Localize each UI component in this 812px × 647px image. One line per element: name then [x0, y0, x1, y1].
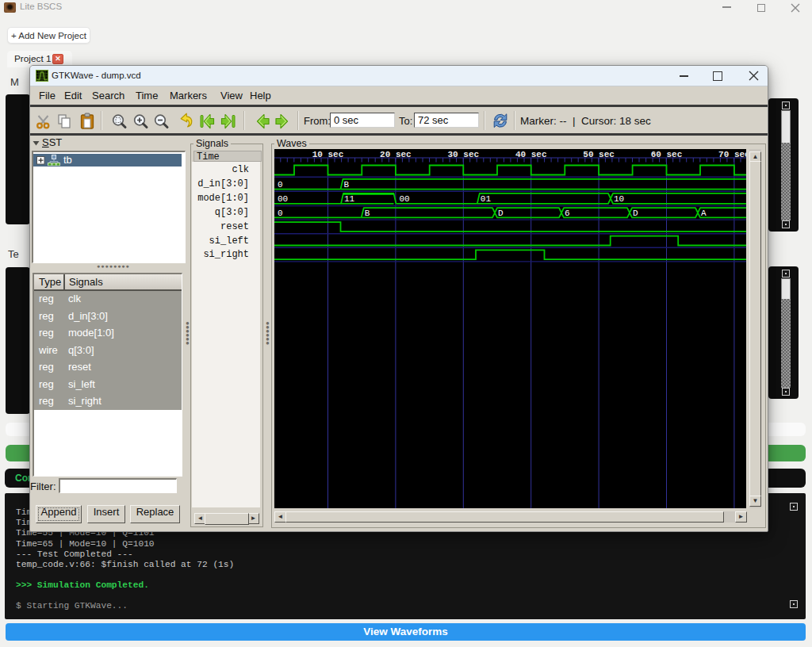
svg-text:10: 10 [614, 194, 624, 204]
svg-text:10 sec: 10 sec [312, 150, 344, 159]
svg-text:60 sec: 60 sec [651, 150, 683, 159]
svg-text:0: 0 [278, 180, 283, 190]
svg-text:40 sec: 40 sec [515, 150, 547, 159]
svg-text:01: 01 [481, 194, 492, 204]
svg-text:00: 00 [400, 194, 410, 204]
svg-text:00: 00 [278, 194, 288, 204]
svg-text:D: D [633, 209, 638, 218]
svg-text:0: 0 [278, 209, 283, 218]
svg-text:30 sec: 30 sec [447, 150, 479, 159]
svg-text:D: D [498, 209, 504, 218]
svg-text:11: 11 [344, 194, 355, 204]
svg-text:B: B [344, 180, 350, 190]
svg-text:A: A [701, 209, 707, 218]
svg-text:6: 6 [565, 209, 570, 218]
svg-text:B: B [365, 209, 370, 218]
svg-text:20 sec: 20 sec [380, 150, 412, 159]
svg-text:70 sec: 70 sec [718, 150, 746, 159]
svg-text:50 sec: 50 sec [583, 150, 615, 159]
